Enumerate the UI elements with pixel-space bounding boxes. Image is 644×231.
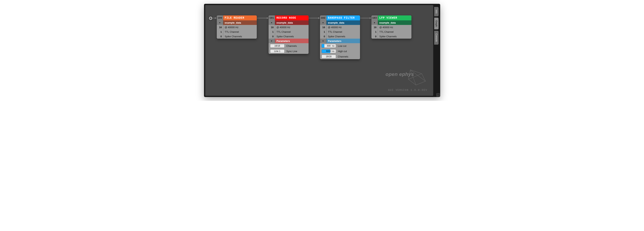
info-row: 1 TTL Channel [372,29,412,34]
node-id: 101 [268,15,275,20]
sync-line-selector[interactable]: Line 1 [270,49,284,53]
param-row: 16/16 Channels [320,54,360,59]
parameters-header[interactable]: Parameters [326,39,360,43]
tab-info[interactable]: Info [434,7,439,16]
triangle-down-icon[interactable]: ▼ [320,39,326,43]
version-text: GUI VERSION 1.0.0-DEV [384,89,428,91]
param-row: 16/16 Channels [268,43,308,48]
channels-selector[interactable]: 16/16 [322,55,336,58]
connector-arrow-icon [257,18,268,18]
triangle-right-icon: ▹ [438,94,438,96]
info-row: 0 Spike Channels [268,34,308,39]
info-row: 16 @ 40000 Hz [372,25,412,29]
triangle-down-icon[interactable]: ▼ [268,39,275,43]
node-id: 100 [217,15,223,20]
tab-console[interactable]: Console [434,31,439,45]
stream-name[interactable]: example_data [275,20,308,25]
info-row: 16 @ 40000 Hz [217,25,257,29]
node-title[interactable]: BANDPASS FILTER [326,15,360,20]
info-row: 16 @ 40000 Hz [320,25,360,29]
info-row: 0 Spike Channels [217,34,257,39]
connector-arrow-icon [213,18,216,18]
start-label: A [210,17,212,19]
parameters-header[interactable]: Parameters [275,39,308,43]
low-cut-slider[interactable]: 300 Hz [322,44,336,48]
node-title[interactable]: LFP VIEWER [378,15,412,20]
info-row: 16 @ 40000 Hz [268,25,308,29]
info-row: 1 TTL Channel [217,29,257,34]
node-record-node[interactable]: 101 RECORD NODE ▼ example_data 16 @ 4000… [268,15,308,54]
info-row: 0 Spike Channels [320,34,360,39]
node-title[interactable]: FILE READER [223,15,257,20]
stream-name[interactable]: example_data [223,20,257,25]
app-window: A 100 FILE READER ▼ example_data 16 @ 40… [204,4,440,97]
signal-chain-start[interactable]: A [208,16,213,20]
param-row: Line 1 Sync Line [268,48,308,54]
stream-name[interactable]: example_data [326,20,360,25]
stream-name[interactable]: example_data [378,20,412,25]
info-row: 1 TTL Channel [320,29,360,34]
node-id: 102 [320,15,326,20]
param-label: Channels [338,55,348,58]
watermark: open ephys GUI VERSION 1.0.0-DEV [384,68,428,91]
param-label: High cut [338,50,347,53]
high-cut-slider[interactable]: 6000 Hz [322,49,336,53]
param-label: Low cut [338,44,346,47]
connector-arrow-icon [308,18,320,18]
connector-arrow-icon [360,18,371,18]
node-title[interactable]: RECORD NODE [275,15,308,20]
graph-canvas[interactable]: A 100 FILE READER ▼ example_data 16 @ 40… [205,5,433,96]
param-row: 6000 Hz High cut [320,48,360,54]
triangle-down-icon[interactable]: ▼ [217,20,223,25]
node-file-reader[interactable]: 100 FILE READER ▼ example_data 16 @ 4000… [217,15,257,39]
info-row: 1 TTL Channel [268,29,308,34]
param-label: Channels [286,44,297,47]
node-id: 103 [372,15,378,20]
triangle-down-icon[interactable]: ▼ [320,20,326,25]
side-tabs: Info Graph Console [433,5,439,96]
node-bandpass-filter[interactable]: 102 BANDPASS FILTER ▼ example_data 16 @ … [320,15,360,59]
watermark-text: open ephys [384,71,414,77]
node-lfp-viewer[interactable]: 103 LFP VIEWER ▼ example_data 16 @ 40000… [372,15,412,39]
collapse-button[interactable]: ▹ [436,93,440,97]
channels-selector[interactable]: 16/16 [270,44,284,48]
info-row: 0 Spike Channels [372,34,412,39]
tab-graph[interactable]: Graph [434,17,439,29]
triangle-down-icon[interactable]: ▼ [372,20,378,25]
open-ephys-logo-icon [384,68,428,87]
param-row: 300 Hz Low cut [320,43,360,48]
triangle-down-icon[interactable]: ▼ [268,20,275,25]
param-label: Sync Line [286,50,297,53]
